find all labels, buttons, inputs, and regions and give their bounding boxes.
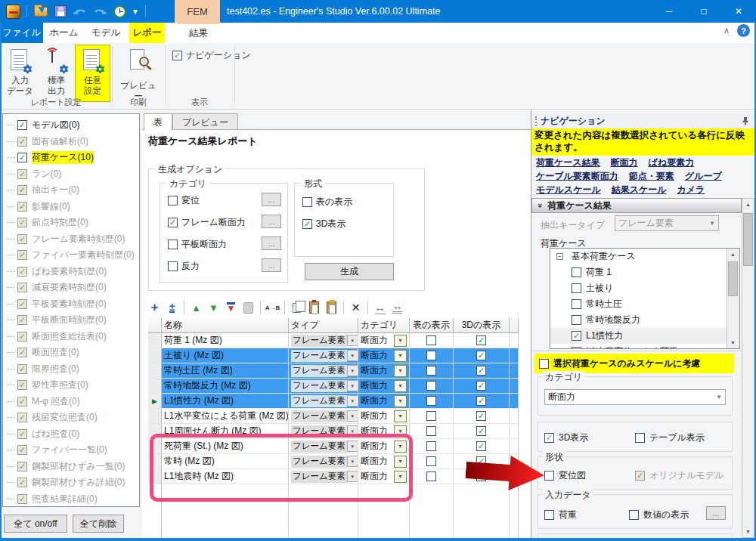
option-displacement-diagram[interactable]: ✓ 変位図 [544,469,586,482]
checkbox[interactable]: ✓ [17,202,27,212]
cell-category[interactable]: 断面力▼ [358,348,410,363]
row-header-cell[interactable] [148,363,162,379]
load-case-item[interactable]: ✓土被り [550,280,739,296]
checkbox[interactable]: ✓ [426,426,436,436]
table-row[interactable]: 土被り (Mz 図)フレーム要素▼断面力▼✓✓ [148,348,519,363]
tree-item[interactable]: ✓フレーム要素時刻歴(0) [3,231,139,248]
cell-category[interactable]: 断面力▼ [358,363,410,379]
checkbox[interactable]: ✓ [572,315,581,325]
move-down-icon[interactable]: ▼ [206,300,222,316]
checkbox[interactable]: ✓ [168,261,178,271]
ribbon-tab-2[interactable]: ホーム [43,23,85,43]
table-row[interactable]: L1水平変位による荷重 (Mz 図)フレーム要素▼断面力▼✓✓ [148,409,519,424]
checkbox[interactable]: ✓ [17,478,27,487]
cell-type[interactable]: フレーム要素▼ [289,348,358,363]
chevron-down-icon[interactable]: ▼ [347,350,358,361]
pages-icon[interactable] [240,300,256,316]
table-row[interactable]: 常時地盤反力 (Mz 図)フレーム要素▼断面力▼✓✓ [148,379,519,394]
chevron-down-icon[interactable]: ▼ [394,350,407,362]
table-row[interactable]: 常時土圧 (Mz 図)フレーム要素▼断面力▼✓✓ [148,363,519,379]
checkbox[interactable]: ✓ [635,471,645,481]
checkbox[interactable]: ✓ [426,441,436,451]
checkbox[interactable]: ✓ [17,153,27,162]
cell-table-view[interactable]: ✓ [410,333,454,348]
move-up-icon[interactable]: ▲ [188,300,204,316]
option-3d-view[interactable]: ✓ 3D表示 [302,218,345,230]
checkbox[interactable]: ✓ [168,196,178,206]
cell-3d-view[interactable]: ✓ [454,409,510,424]
cell-table-view[interactable]: ✓ [410,454,454,469]
checkbox[interactable]: ✓ [17,283,27,292]
tree-item[interactable]: ✓固有値解析(0) [3,134,139,150]
option-show-values[interactable]: ✓ 数値の表示 [629,509,689,521]
tree-item[interactable]: ✓照査結果詳細(0) [3,491,139,508]
cell-type[interactable]: フレーム要素▼ [289,333,358,348]
cell-3d-view[interactable]: ✓ [454,379,510,394]
cell-category[interactable]: 断面力▼ [358,379,410,394]
checkbox[interactable]: ✓ [17,137,27,147]
cell-name[interactable]: L1水平変位による荷重 (Mz 図) [162,409,289,424]
cell-type[interactable]: フレーム要素▼ [289,363,358,379]
scroll-down-icon[interactable]: ▼ [742,526,754,537]
checkbox[interactable]: ✓ [476,366,486,376]
tree-item[interactable]: ✓ばね要素時刻歴(0) [3,264,139,280]
tree-item[interactable]: ✓ラン(0) [3,166,139,183]
load-case-item[interactable]: ✓L1水平変位による荷重 [550,344,739,349]
tree-item[interactable]: ✓残留変位照査(0) [3,410,139,426]
tab-table[interactable]: 表 [144,113,172,130]
chevron-down-icon[interactable]: ▼ [347,410,358,422]
checkbox[interactable]: ✓ [572,299,581,309]
scroll-down-icon[interactable]: ▼ [727,337,739,348]
checkbox[interactable]: ✓ [17,332,27,342]
checkbox[interactable]: ✓ [544,510,554,520]
option-reaction[interactable]: ✓ 反力 [168,260,200,273]
paste-icon[interactable] [306,300,322,316]
history-icon[interactable] [111,3,128,20]
cell-table-view[interactable]: ✓ [410,409,454,424]
checkbox[interactable]: ✓ [17,267,27,277]
drag-grip-icon[interactable] [535,116,538,126]
checkbox[interactable]: ✓ [476,396,486,406]
checkbox[interactable]: ✓ [476,381,486,391]
custom-settings-button[interactable]: 任意 設定 [76,45,110,101]
nav-link[interactable]: ばね要素力 [649,156,695,169]
checkbox[interactable]: ✓ [17,397,27,407]
generate-button[interactable]: 生成 [305,263,394,280]
pin-icon[interactable] [741,116,750,125]
option-table-view[interactable]: ✓ 表の表示 [302,196,352,209]
tree-item[interactable]: ✓断面照査(0) [3,345,139,361]
nav-link[interactable]: 節点・要素 [629,170,674,183]
checkbox[interactable]: ✓ [17,413,27,422]
maximize-button[interactable]: □ [686,0,721,23]
cell-name[interactable]: 土被り (Mz 図) [162,348,289,363]
checkbox[interactable]: ✓ [426,411,436,421]
cell-name[interactable]: 常時土圧 (Mz 図) [162,363,289,379]
column-header[interactable]: カテゴリ [358,318,410,333]
more-button[interactable]: ... [262,193,281,206]
scroll-up-icon[interactable]: ▲ [727,249,739,260]
move-to-bottom-icon[interactable]: ▼ [223,300,239,316]
tree-item[interactable]: ✓鋼製部材ひずみ一覧(0) [3,459,139,475]
cell-3d-view[interactable]: ✓ [454,363,510,379]
cell-table-view[interactable]: ✓ [410,379,454,394]
load-case-root[interactable]: −基本荷重ケース [550,249,739,264]
cell-category[interactable]: 断面力▼ [358,394,410,409]
checkbox[interactable]: ✓ [17,120,27,130]
cell-type[interactable]: フレーム要素▼ [289,394,358,409]
column-header[interactable]: タイプ [289,318,358,333]
undo-icon[interactable] [72,3,88,20]
all-on-off-button[interactable]: 全て on/off [4,515,67,533]
checkbox[interactable]: ✓ [572,267,581,277]
column-header[interactable]: 名称 [162,318,289,333]
column-header[interactable]: 3Dの表示 [454,318,510,333]
chevron-down-icon[interactable]: ▼ [394,395,407,407]
preview-button[interactable]: プレビュー [117,45,160,101]
checkbox[interactable]: ✓ [302,197,312,207]
delete-all-button[interactable]: 全て削除 [73,515,124,533]
checkbox[interactable]: ✓ [426,351,436,360]
checkbox[interactable]: ✓ [17,250,27,260]
save-icon[interactable] [52,3,69,20]
ribbon-tab-4[interactable]: レポート [129,23,165,43]
checkbox[interactable]: ✓ [168,218,178,227]
checkbox[interactable]: ✓ [17,315,27,325]
